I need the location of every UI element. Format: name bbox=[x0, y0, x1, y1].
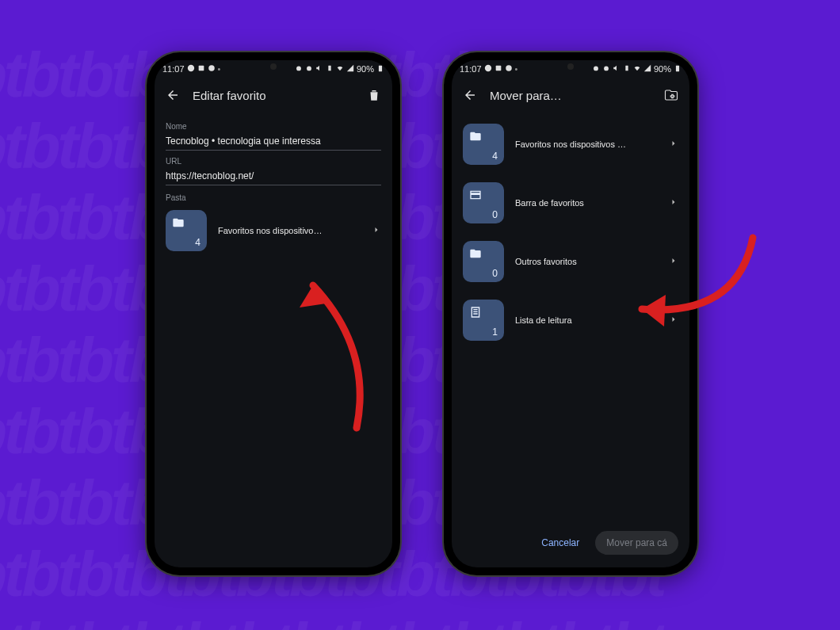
chevron-right-icon bbox=[669, 139, 678, 151]
svg-rect-8 bbox=[495, 66, 501, 71]
signal-icon bbox=[643, 64, 651, 74]
folder-label: Lista de leitura bbox=[515, 315, 658, 325]
folder-count: 1 bbox=[492, 326, 498, 338]
battery-text: 90% bbox=[654, 64, 671, 74]
folder-label: Favoritos nos dispositivo… bbox=[218, 226, 361, 235]
vibrate-icon bbox=[623, 64, 631, 74]
svg-rect-12 bbox=[625, 66, 628, 71]
svg-rect-6 bbox=[379, 66, 382, 72]
svg-point-9 bbox=[506, 65, 512, 71]
mute-icon bbox=[315, 64, 323, 74]
svg-point-4 bbox=[307, 67, 311, 71]
svg-point-2 bbox=[208, 65, 215, 71]
delete-icon[interactable] bbox=[365, 86, 383, 104]
dot-icon: • bbox=[218, 64, 221, 74]
phone-mockup-left: 11:07 • 90% bbox=[147, 52, 400, 575]
move-here-button[interactable]: Mover para cá bbox=[595, 531, 678, 555]
vibrate-icon bbox=[326, 64, 334, 74]
chevron-right-icon bbox=[669, 315, 678, 326]
whatsapp-icon bbox=[187, 64, 195, 74]
mute-icon bbox=[613, 64, 620, 74]
background: btbtbtbtbtbtbtbtbtbtbtbtbt btbtbtbtbtbtb… bbox=[0, 0, 840, 630]
battery-icon bbox=[674, 64, 682, 74]
svg-rect-13 bbox=[676, 66, 679, 72]
name-label: Nome bbox=[166, 122, 381, 131]
folder-tile: 4 bbox=[463, 124, 504, 165]
folder-count: 4 bbox=[492, 151, 498, 162]
alarm-icon bbox=[305, 64, 313, 74]
status-time: 11:07 bbox=[162, 64, 185, 74]
folder-selector[interactable]: 4 Favoritos nos dispositivo… bbox=[166, 207, 381, 254]
svg-point-0 bbox=[187, 65, 193, 71]
app-bar: Editar favorito bbox=[155, 78, 392, 113]
folder-icon bbox=[469, 130, 482, 143]
folder-icon bbox=[172, 216, 185, 229]
folder-label: Favoritos nos dispositivos … bbox=[515, 139, 658, 149]
folder-tile: 0 bbox=[463, 182, 504, 223]
folder-row[interactable]: 4Favoritos nos dispositivos … bbox=[463, 120, 678, 168]
folder-row[interactable]: 1Lista de leitura bbox=[463, 296, 678, 344]
folder-row[interactable]: 0Barra de favoritos bbox=[463, 179, 678, 227]
chevron-right-icon bbox=[372, 225, 381, 237]
wifi-icon bbox=[336, 64, 344, 74]
folder-tile: 4 bbox=[166, 210, 207, 251]
battery-icon bbox=[376, 64, 384, 74]
folder-label: Barra de favoritos bbox=[515, 198, 658, 208]
wifi-icon bbox=[633, 64, 641, 74]
phone-mockup-right: 11:07 • 90% Mover para… bbox=[444, 52, 697, 575]
alarm-icon bbox=[592, 64, 600, 74]
svg-point-11 bbox=[604, 67, 609, 71]
battery-text: 90% bbox=[357, 64, 374, 74]
folder-icon bbox=[469, 247, 482, 260]
folder-row[interactable]: 0Outros favoritos bbox=[463, 238, 678, 285]
wave-icon bbox=[208, 64, 216, 74]
back-icon[interactable] bbox=[164, 86, 181, 104]
bottom-action-bar: Cancelar Mover para cá bbox=[452, 523, 689, 567]
chevron-right-icon bbox=[669, 256, 678, 268]
page-title: Mover para… bbox=[490, 89, 651, 102]
svg-rect-5 bbox=[328, 66, 330, 71]
whatsapp-icon bbox=[484, 64, 492, 74]
folder-count: 4 bbox=[195, 237, 200, 248]
folder-tile: 1 bbox=[463, 300, 504, 341]
url-field[interactable]: https://tecnoblog.net/ bbox=[166, 166, 381, 185]
url-label: URL bbox=[166, 157, 381, 166]
bookmark-bar-icon bbox=[469, 189, 482, 201]
app-bar: Mover para… bbox=[452, 78, 689, 113]
alarm-icon bbox=[295, 64, 303, 74]
chevron-right-icon bbox=[669, 197, 678, 209]
svg-point-3 bbox=[296, 67, 301, 71]
new-folder-icon[interactable] bbox=[662, 86, 680, 104]
screen-edit-bookmark: 11:07 • 90% bbox=[155, 60, 392, 567]
folder-count: 0 bbox=[492, 268, 498, 279]
alarm-icon bbox=[602, 64, 610, 74]
folder-label: Outros favoritos bbox=[515, 257, 658, 266]
status-time: 11:07 bbox=[460, 64, 482, 74]
dot-icon: • bbox=[515, 64, 518, 74]
folder-section-label: Pasta bbox=[166, 193, 381, 202]
folder-tile: 0 bbox=[463, 241, 504, 282]
cancel-button[interactable]: Cancelar bbox=[533, 531, 587, 555]
svg-point-10 bbox=[594, 67, 598, 71]
signal-icon bbox=[346, 64, 354, 74]
back-icon[interactable] bbox=[461, 86, 479, 104]
screen-move-to: 11:07 • 90% Mover para… bbox=[452, 60, 689, 567]
page-title: Editar favorito bbox=[193, 89, 354, 102]
reading-list-icon bbox=[469, 306, 482, 319]
image-icon bbox=[494, 64, 502, 74]
svg-rect-1 bbox=[198, 66, 204, 71]
image-icon bbox=[197, 64, 205, 74]
name-field[interactable]: Tecnoblog • tecnologia que interessa bbox=[166, 131, 381, 151]
wave-icon bbox=[505, 64, 513, 74]
folder-count: 0 bbox=[492, 209, 498, 220]
svg-point-7 bbox=[484, 65, 491, 71]
